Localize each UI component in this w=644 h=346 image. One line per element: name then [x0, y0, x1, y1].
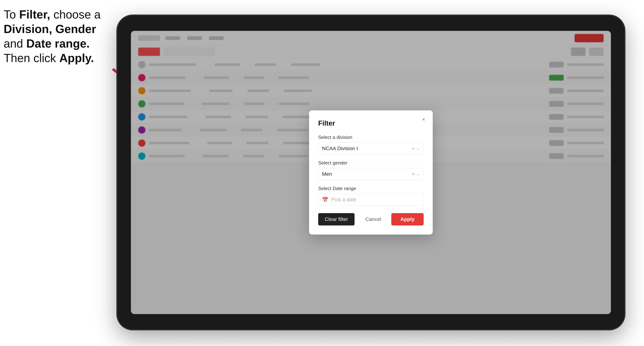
date-form-group: Select Date range 📅 Pick a date: [318, 186, 424, 206]
gender-select[interactable]: Men × ⌄: [318, 168, 424, 180]
division-select[interactable]: NCAA Division I × ⌄: [318, 142, 424, 155]
division-select-controls: × ⌄: [412, 146, 420, 151]
cancel-button[interactable]: Cancel: [359, 213, 388, 225]
date-input[interactable]: 📅 Pick a date: [318, 193, 424, 206]
tablet-frame: Filter × Select a division NCAA Division…: [116, 14, 626, 330]
division-clear-icon[interactable]: ×: [412, 146, 415, 151]
date-label: Select Date range: [318, 186, 424, 191]
footer-right-actions: Cancel Apply: [359, 213, 424, 225]
division-select-value: NCAA Division I: [322, 146, 358, 151]
division-chevron-icon: ⌄: [416, 146, 420, 151]
instruction-line4: Then click Apply.: [4, 52, 94, 65]
instruction-text: To Filter, choose a Division, Gender and…: [4, 7, 109, 65]
gender-chevron-icon: ⌄: [416, 172, 420, 176]
tablet-screen: Filter × Select a division NCAA Division…: [131, 31, 611, 314]
date-placeholder: Pick a date: [331, 197, 356, 203]
modal-title: Filter: [318, 119, 424, 127]
division-label: Select a division: [318, 135, 424, 140]
filter-modal: Filter × Select a division NCAA Division…: [309, 110, 433, 235]
gender-label: Select gender: [318, 160, 424, 166]
instruction-line2: Division, Gender: [4, 22, 96, 36]
clear-filter-button[interactable]: Clear filter: [318, 213, 354, 225]
gender-clear-icon[interactable]: ×: [412, 171, 415, 177]
instruction-line3: and Date range.: [4, 37, 90, 50]
gender-select-value: Men: [322, 171, 332, 177]
modal-footer: Clear filter Cancel Apply: [318, 213, 424, 225]
modal-overlay: Filter × Select a division NCAA Division…: [131, 31, 611, 314]
instruction-line1: To Filter, choose a: [4, 8, 101, 21]
gender-form-group: Select gender Men × ⌄: [318, 160, 424, 180]
apply-button[interactable]: Apply: [391, 213, 424, 225]
gender-select-controls: × ⌄: [412, 171, 420, 177]
modal-close-button[interactable]: ×: [420, 116, 427, 123]
calendar-icon: 📅: [322, 197, 328, 203]
division-form-group: Select a division NCAA Division I × ⌄: [318, 135, 424, 155]
